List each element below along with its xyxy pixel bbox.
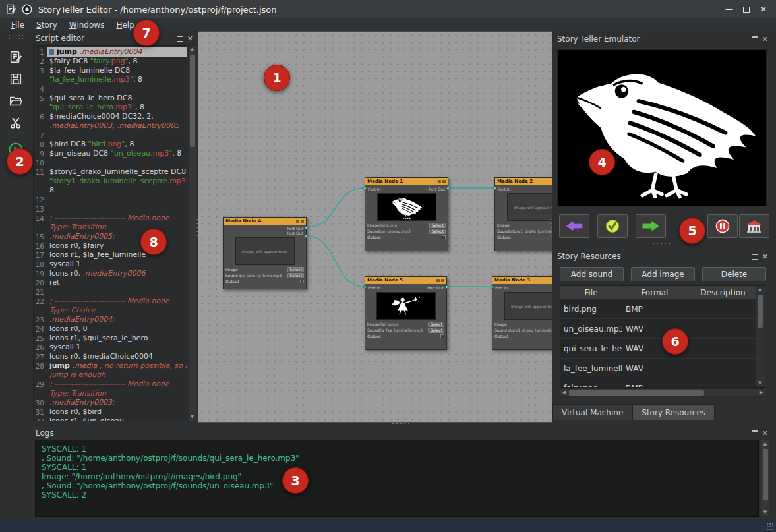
node-title[interactable]: Media Node 3 — [492, 277, 552, 284]
cut-button[interactable] — [5, 113, 27, 133]
float-dock-icon[interactable] — [752, 430, 758, 436]
scroll-down-icon[interactable]: ▼ — [189, 413, 196, 421]
dock-splitter-handle[interactable] — [653, 398, 672, 401]
code-line[interactable]: "story1_drako_luminelle_sceptre.mp3", — [34, 177, 187, 186]
emulator-home-button[interactable] — [739, 214, 769, 238]
code-line[interactable]: Type: Transition — [34, 223, 187, 232]
code-line[interactable]: 23.mediaEntry0004: — [34, 315, 187, 324]
column-header[interactable]: File — [560, 286, 622, 299]
maximize-button[interactable] — [739, 3, 754, 16]
port-in-dot[interactable] — [491, 285, 494, 289]
scroll-up-icon[interactable]: ▲ — [761, 440, 769, 448]
code-line[interactable]: 10 — [34, 158, 187, 167]
column-header[interactable]: Format — [622, 286, 688, 299]
splitter-emulator-resources[interactable] — [651, 242, 671, 245]
code-line[interactable]: 2$fairy DC8 "fairy.png", 8 — [34, 57, 187, 66]
resource-row[interactable]: la_fee_luminelle.mp3WAV — [560, 359, 765, 378]
code-line[interactable]: 29; --------------------------- Media no… — [34, 380, 187, 389]
dock-tab-virtual-machine[interactable]: Virtual Machine — [552, 404, 632, 420]
scroll-up-icon[interactable]: ▲ — [756, 286, 763, 293]
code-line[interactable]: 11$story1_drako_luminelle_sceptre DC8 — [34, 167, 187, 177]
media-node[interactable]: Media Node 3Port InPort OutImage will ap… — [492, 276, 552, 350]
code-line[interactable]: 30.mediaEntry0003: — [34, 398, 187, 407]
code-line[interactable]: 17lcons r1, $la_fee_luminelle — [34, 251, 187, 260]
code-line[interactable]: 28jump .media ; no return possible, so a — [34, 361, 187, 370]
port-out-dot[interactable] — [305, 226, 308, 229]
code-line[interactable]: 8$bird DC8 "bird.png", 8 — [34, 140, 187, 149]
add-sound-button[interactable]: Add sound — [560, 267, 624, 281]
scroll-right-icon[interactable]: ▶ — [758, 389, 765, 396]
resize-grip[interactable] — [766, 523, 774, 530]
code-line[interactable]: "qui_sera_le_hero.mp3", 8 — [34, 103, 187, 112]
scroll-left-icon[interactable]: ◀ — [560, 389, 568, 396]
splitter-canvas-logs[interactable] — [391, 422, 411, 425]
scrollbar-thumb[interactable] — [190, 55, 195, 147]
select-button[interactable]: Select — [428, 322, 444, 327]
node-title[interactable]: Media Node 1 — [365, 178, 448, 185]
code-line[interactable]: jump is enough — [34, 370, 187, 380]
table-vertical-scrollbar[interactable]: ▲ ▼ — [756, 286, 765, 387]
node-title[interactable]: Media Node 2 — [495, 178, 552, 185]
code-line[interactable]: 6$mediaChoice0004 DC32, 2, — [34, 112, 187, 121]
close-dock-icon[interactable]: ✕ — [762, 253, 768, 260]
minimize-button[interactable]: — — [722, 3, 736, 16]
table-horizontal-scrollbar[interactable]: ◀ ▶ — [560, 388, 765, 397]
select-button[interactable]: Select — [428, 328, 444, 333]
node-output-box[interactable] — [442, 235, 446, 239]
scrollbar-thumb[interactable] — [569, 390, 704, 396]
code-line[interactable]: Type: Transition — [34, 389, 187, 398]
code-line[interactable]: 32lcons r1, $un_oiseau — [34, 417, 187, 421]
column-header[interactable]: Description — [688, 286, 758, 299]
code-line[interactable]: 14; --------------------------- Media no… — [34, 214, 187, 223]
float-dock-icon[interactable] — [752, 36, 758, 42]
select-button[interactable]: Select — [287, 273, 304, 278]
logs-output[interactable]: SYSCALL: 1, Sound: "/home/anthony/ostpro… — [35, 440, 759, 517]
media-node[interactable]: Media Node 4Port OutPort OutImage will a… — [223, 217, 307, 289]
media-node[interactable]: Media Node 2Port InPort OutImage will ap… — [494, 177, 552, 251]
emulator-pause-button[interactable] — [707, 214, 738, 238]
port-in-dot[interactable] — [493, 187, 496, 190]
close-dock-icon[interactable]: ✕ — [187, 35, 193, 42]
menu-windows[interactable]: Windows — [63, 20, 111, 30]
emulator-ok-button[interactable] — [597, 214, 628, 238]
port-out-dot[interactable] — [445, 285, 448, 289]
code-line[interactable]: 7 — [34, 131, 187, 140]
code-line[interactable]: 9$un_oiseau DC8 "un_oiseau.mp3", 8 — [34, 149, 187, 158]
code-line[interactable]: 12 — [34, 195, 187, 204]
port-in-dot[interactable] — [363, 285, 367, 289]
scroll-up-icon[interactable]: ▲ — [189, 46, 196, 53]
code-line[interactable]: 3$la_fee_luminelle DC8 — [34, 66, 187, 75]
menu-file[interactable]: File — [5, 20, 30, 30]
resource-row[interactable]: bird.pngBMP — [560, 299, 765, 319]
node-title[interactable]: Media Node 5 — [365, 277, 446, 284]
code-line[interactable]: Type: Choice — [34, 306, 187, 315]
float-dock-icon[interactable] — [177, 36, 183, 42]
open-button[interactable] — [5, 91, 27, 111]
toolbar-drag-handle[interactable] — [8, 34, 24, 40]
scrollbar-thumb[interactable] — [763, 449, 768, 500]
select-button[interactable]: Select — [287, 267, 304, 272]
code-line[interactable]: 8 — [34, 186, 187, 195]
code-line[interactable]: 13 — [34, 204, 187, 214]
scroll-down-icon[interactable]: ▼ — [756, 380, 763, 387]
dock-tab-story-resources[interactable]: Story Resources — [632, 404, 715, 420]
node-output-box[interactable] — [440, 334, 444, 338]
select-button[interactable]: Select — [429, 223, 446, 228]
splitter-script-canvas[interactable] — [196, 218, 199, 237]
resource-row[interactable]: fairy.pngBMP — [560, 378, 765, 388]
select-button[interactable]: Select — [429, 229, 446, 234]
add-image-button[interactable]: Add image — [631, 267, 695, 281]
code-line[interactable]: 4 — [34, 84, 187, 94]
code-line[interactable]: 18syscall 1 — [34, 260, 187, 269]
code-line[interactable]: 22; --------------------------- Media no… — [34, 297, 187, 306]
code-line[interactable]: 21 — [34, 287, 187, 297]
emulator-next-button[interactable] — [636, 214, 666, 238]
delete-button[interactable]: Delete — [702, 267, 766, 281]
new-script-button[interactable] — [5, 47, 27, 67]
code-line[interactable]: 25lcons r1, $qui_sera_le_hero — [34, 334, 187, 343]
code-line[interactable]: .mediaEntry0003, .mediaEntry0005 — [34, 121, 187, 131]
menu-story[interactable]: Story — [30, 20, 63, 30]
media-node[interactable]: Media Node 5Port InPort OutImagefairy.pn… — [365, 276, 447, 350]
close-dock-icon[interactable]: ✕ — [762, 36, 768, 43]
code-line[interactable]: 31lcons r0, $bird — [34, 407, 187, 417]
